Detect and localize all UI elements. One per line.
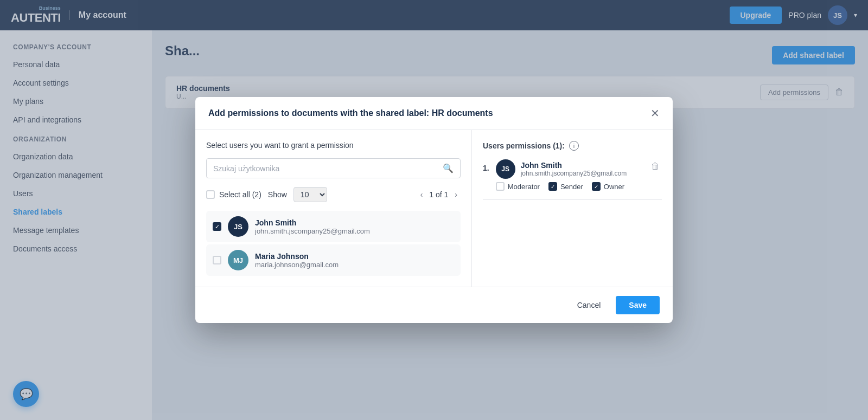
right-panel: Users permissions (1): i 1. JS John Smit… [472,130,673,287]
modal-footer: Cancel Save [195,287,673,323]
perm-check-owner: Owner [592,182,624,191]
user-email-0: john.smith.jscompany25@gmail.com [255,227,454,235]
perm-check-moderator: Moderator [496,182,540,191]
perm-user-avatar-0: JS [496,159,515,179]
user-checkbox-0[interactable] [213,222,221,231]
delete-permission-button-0[interactable]: 🗑 [649,159,662,173]
modal-title-prefix: Add permissions to documents with the sh… [208,108,429,118]
search-box[interactable]: 🔍 [206,158,461,178]
page-info: 1 of 1 [429,190,448,199]
sender-checkbox[interactable] [548,182,557,191]
show-select[interactable]: 10 25 50 100 [293,187,327,202]
perm-check-sender: Sender [548,182,583,191]
left-panel: Select users you want to grant a permiss… [195,130,472,287]
info-icon[interactable]: i [569,141,579,151]
perm-user-email-0: john.smith.jscompany25@gmail.com [521,170,627,177]
permissions-header: Users permissions (1): i [483,141,662,151]
user-checkbox-1[interactable] [213,256,221,264]
next-page-button[interactable]: › [451,189,461,200]
search-icon: 🔍 [443,163,454,173]
user-avatar-1: MJ [228,250,248,270]
permission-checkboxes-0: Moderator Sender Owner [496,182,642,191]
select-users-label: Select users you want to grant a permiss… [206,141,461,150]
search-input[interactable] [213,164,438,173]
user-list: JS John Smith john.smith.jscompany25@gma… [206,211,461,276]
modal-title: Add permissions to documents with the sh… [208,108,493,118]
permissions-title: Users permissions (1): [483,141,565,150]
modal-header: Add permissions to documents with the sh… [195,97,673,130]
permission-user-row-0: 1. JS John Smith john.smith.jscompany25@… [483,159,662,200]
perm-num-0: 1. [483,159,489,172]
perm-user-top-0: JS John Smith john.smith.jscompany25@gma… [496,159,642,179]
pagination-controls: ‹ 1 of 1 › [417,189,461,200]
sender-label: Sender [560,183,583,191]
modal-overlay: Add permissions to documents with the sh… [0,0,868,420]
modal: Add permissions to documents with the sh… [195,97,673,323]
perm-user-details-0: John Smith john.smith.jscompany25@gmail.… [521,161,627,177]
select-all-checkbox[interactable] [206,190,215,199]
show-label: Show [268,190,287,199]
select-controls: Select all (2) Show 10 25 50 100 ‹ 1 of … [206,187,461,202]
select-all-label: Select all (2) [219,190,261,199]
user-name-1: Maria Johnson [255,252,454,261]
user-info-0: John Smith john.smith.jscompany25@gmail.… [255,218,454,235]
owner-label: Owner [604,183,624,191]
list-item[interactable]: JS John Smith john.smith.jscompany25@gma… [206,211,461,242]
select-all-container: Select all (2) [206,190,261,199]
user-info-1: Maria Johnson maria.johnson@gmail.com [255,252,454,269]
list-item[interactable]: MJ Maria Johnson maria.johnson@gmail.com [206,244,461,276]
modal-label-name: HR documents [432,108,493,118]
owner-checkbox[interactable] [592,182,601,191]
cancel-button[interactable]: Cancel [569,296,610,314]
user-avatar-0: JS [228,216,248,237]
prev-page-button[interactable]: ‹ [417,189,426,200]
close-modal-button[interactable]: ✕ [650,108,660,119]
perm-user-info-0: JS John Smith john.smith.jscompany25@gma… [496,159,642,191]
user-email-1: maria.johnson@gmail.com [255,261,454,269]
modal-body: Select users you want to grant a permiss… [195,130,673,287]
moderator-label: Moderator [508,183,540,191]
perm-user-name-0: John Smith [521,161,627,170]
save-button[interactable]: Save [616,296,660,314]
moderator-checkbox[interactable] [496,182,505,191]
user-name-0: John Smith [255,218,454,227]
